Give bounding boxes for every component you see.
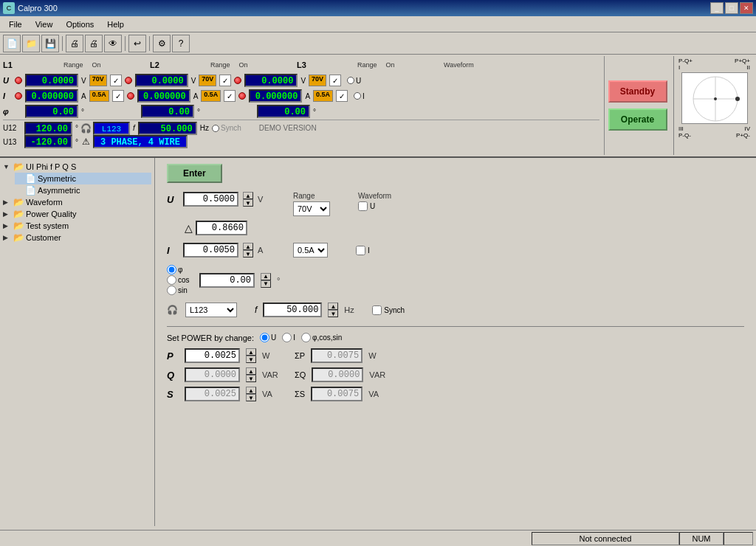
new-button[interactable]: 📄 bbox=[3, 35, 21, 52]
s-spin-down[interactable]: ▼ bbox=[246, 394, 256, 401]
p-spinner[interactable]: ▲ ▼ bbox=[246, 348, 256, 363]
help-button[interactable]: ? bbox=[172, 35, 190, 52]
enter-button[interactable]: Enter bbox=[167, 164, 222, 183]
l2-u-on[interactable]: ✓ bbox=[219, 75, 231, 86]
l1-i-on[interactable]: ✓ bbox=[112, 90, 124, 102]
q-spin-down[interactable]: ▼ bbox=[246, 375, 256, 382]
set-power-u-radio[interactable]: U bbox=[260, 333, 276, 342]
q-input[interactable] bbox=[185, 367, 240, 382]
l3-i-on[interactable]: ✓ bbox=[336, 90, 348, 102]
l2-i-on[interactable]: ✓ bbox=[224, 90, 236, 102]
l1-u-value[interactable]: 0.0000 bbox=[25, 74, 78, 87]
sin-radio[interactable] bbox=[167, 286, 176, 295]
menu-view[interactable]: View bbox=[30, 18, 59, 30]
l2-phi-value[interactable]: 0.00 bbox=[141, 105, 194, 118]
i-spin-down[interactable]: ▼ bbox=[243, 250, 253, 258]
power-phi-radio[interactable] bbox=[301, 333, 311, 342]
freq-spin-up[interactable]: ▲ bbox=[328, 303, 338, 310]
waveform-u-checkbox[interactable] bbox=[358, 201, 368, 211]
p-input[interactable] bbox=[185, 348, 240, 363]
freq-spinner[interactable]: ▲ ▼ bbox=[328, 303, 338, 317]
l3-i-value[interactable]: 0.000000 bbox=[249, 89, 302, 103]
l3-i-range[interactable]: 0.5A bbox=[313, 90, 333, 102]
synch-checkbox[interactable] bbox=[372, 305, 382, 315]
power-i-radio[interactable] bbox=[282, 333, 292, 342]
sidebar-customer-item[interactable]: ▶ 📂 Customer bbox=[3, 232, 151, 243]
operate-button[interactable]: Operate bbox=[608, 108, 667, 131]
freq-spin-down[interactable]: ▼ bbox=[328, 310, 338, 317]
sidebar-testsystem-item[interactable]: ▶ 📂 Test system bbox=[3, 220, 151, 232]
u-spinner[interactable]: ▲ ▼ bbox=[243, 192, 253, 207]
set-power-phi-radio[interactable]: φ,cos,sin bbox=[301, 333, 342, 342]
freq-input[interactable] bbox=[263, 303, 322, 317]
u-spin-up[interactable]: ▲ bbox=[243, 192, 253, 199]
waveform-u-radio[interactable] bbox=[347, 77, 354, 84]
menu-options[interactable]: Options bbox=[60, 18, 100, 30]
i-spin-up[interactable]: ▲ bbox=[243, 243, 253, 250]
menu-file[interactable]: File bbox=[3, 18, 28, 30]
i-spinner[interactable]: ▲ ▼ bbox=[243, 243, 253, 258]
l1-u-range[interactable]: 70V bbox=[89, 75, 107, 86]
close-button[interactable]: ✕ bbox=[740, 2, 753, 14]
l2-i-value[interactable]: 0.000000 bbox=[137, 89, 190, 103]
s-spinner[interactable]: ▲ ▼ bbox=[246, 387, 256, 401]
u13-value[interactable]: -120.00 bbox=[24, 135, 72, 148]
minimize-button[interactable]: _ bbox=[710, 2, 724, 14]
sin-radio-item[interactable]: sin bbox=[167, 286, 189, 295]
p-spin-down[interactable]: ▼ bbox=[246, 356, 256, 363]
q-spinner[interactable]: ▲ ▼ bbox=[246, 367, 256, 382]
l1-phi-value[interactable]: 0.00 bbox=[25, 105, 78, 118]
phi-radio[interactable] bbox=[167, 265, 176, 274]
i-input[interactable] bbox=[183, 243, 238, 258]
phi-radio-item[interactable]: φ bbox=[167, 265, 189, 274]
range-select[interactable]: 70V 150V 300V bbox=[293, 201, 330, 216]
l3-phi-value[interactable]: 0.00 bbox=[257, 105, 310, 118]
i-range-select[interactable]: 0.5A 1A 2A 5A bbox=[293, 243, 328, 258]
s-spin-up[interactable]: ▲ bbox=[246, 387, 256, 394]
u-input[interactable] bbox=[183, 192, 238, 207]
l1-i-value[interactable]: 0.000000 bbox=[25, 89, 78, 103]
print-preview-button[interactable]: 👁 bbox=[104, 35, 122, 52]
phi-spin-up[interactable]: ▲ bbox=[261, 273, 271, 280]
l2-u-value[interactable]: 0.0000 bbox=[135, 74, 188, 87]
phi-spinner[interactable]: ▲ ▼ bbox=[261, 273, 271, 288]
l2-i-range[interactable]: 0.5A bbox=[201, 90, 221, 102]
waveform-i-radio[interactable] bbox=[354, 92, 361, 100]
settings-button[interactable]: ⚙ bbox=[153, 35, 171, 52]
u-delta-input[interactable] bbox=[196, 221, 247, 235]
phase-select[interactable]: L123 L1 L2 L3 bbox=[185, 303, 237, 317]
synch-radio-top[interactable] bbox=[212, 125, 219, 132]
print-button[interactable]: 🖨 bbox=[85, 35, 103, 52]
save-button[interactable]: 💾 bbox=[41, 35, 59, 52]
freq-value-top[interactable]: 50.000 bbox=[138, 122, 197, 135]
sidebar-powerquality-item[interactable]: ▶ 📂 Power Quality bbox=[3, 208, 151, 220]
l3-u-on[interactable]: ✓ bbox=[329, 75, 341, 86]
waveform-i-checkbox[interactable] bbox=[356, 246, 365, 255]
open-button[interactable]: 📁 bbox=[22, 35, 40, 52]
sidebar-symmetric-item[interactable]: 📄 Symmetric bbox=[15, 173, 151, 184]
p-spin-up[interactable]: ▲ bbox=[246, 348, 256, 356]
u12-value[interactable]: 120.00 bbox=[24, 122, 72, 135]
undo-button[interactable]: ↩ bbox=[128, 35, 146, 52]
l1-u-on[interactable]: ✓ bbox=[110, 75, 122, 86]
sidebar-waveform-item[interactable]: ▶ 📂 Waveform bbox=[3, 196, 151, 208]
phi-spin-down[interactable]: ▼ bbox=[261, 280, 271, 288]
cos-radio-item[interactable]: cos bbox=[167, 275, 189, 285]
phi-input[interactable] bbox=[199, 273, 255, 288]
l3-u-range[interactable]: 70V bbox=[309, 75, 326, 86]
sidebar-root[interactable]: ▼ 📂 UI Phi f P Q S bbox=[3, 161, 151, 173]
sidebar-asymmetric-item[interactable]: 📄 Asymmetric bbox=[15, 184, 151, 196]
l2-u-range[interactable]: 70V bbox=[199, 75, 216, 86]
maximize-button[interactable]: □ bbox=[725, 2, 738, 14]
set-power-i-radio[interactable]: I bbox=[282, 333, 295, 342]
print-setup-button[interactable]: 🖨 bbox=[66, 35, 83, 52]
s-input[interactable] bbox=[185, 387, 240, 401]
cos-radio[interactable] bbox=[167, 275, 176, 285]
u-spin-down[interactable]: ▼ bbox=[243, 199, 253, 207]
q-spin-up[interactable]: ▲ bbox=[246, 367, 256, 375]
l1-i-range[interactable]: 0.5A bbox=[89, 90, 109, 102]
power-u-radio[interactable] bbox=[260, 333, 269, 342]
menu-help[interactable]: Help bbox=[101, 18, 130, 30]
l3-u-value[interactable]: 0.0000 bbox=[244, 74, 298, 87]
standby-button[interactable]: Standby bbox=[608, 80, 667, 103]
